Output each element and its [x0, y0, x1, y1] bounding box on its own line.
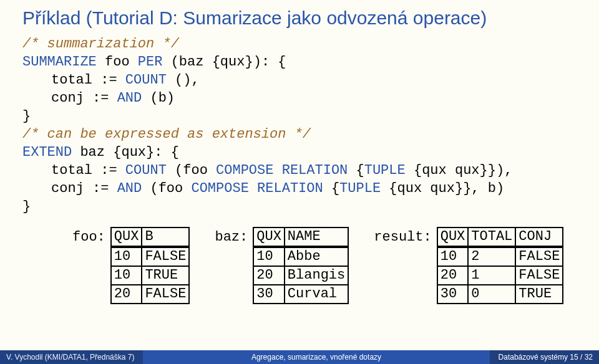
code-text: conj :=	[51, 90, 117, 106]
table-row: 20FALSE	[111, 285, 190, 304]
footer-author: V. Vychodil (KMI/DATA1, Přednáška 7)	[0, 350, 143, 364]
cell: Curval	[285, 285, 348, 304]
cell: 20	[111, 285, 142, 304]
table-row: 10Abbe	[253, 247, 348, 266]
slide: Příklad (Tutorial D: Sumarizace jako odv…	[0, 0, 599, 364]
code-text: baz {qux}: {	[72, 145, 179, 160]
code-text: }	[22, 199, 31, 214]
kw-and: AND	[117, 181, 142, 196]
code-text: {qux qux}}, b)	[381, 181, 504, 196]
cell: 10	[111, 247, 142, 266]
relation-table: QUX NAME 10Abbe 20Blangis 30Curval	[253, 227, 349, 304]
col-header: TOTAL	[468, 228, 515, 247]
cell: 20	[253, 266, 285, 285]
table-row: 300TRUE	[437, 285, 563, 304]
col-header: B	[142, 228, 189, 247]
cell: 1	[468, 266, 515, 285]
code-text: (foo	[167, 163, 216, 178]
code-text: total :=	[51, 72, 125, 88]
kw-relation: RELATION	[257, 181, 323, 196]
cell: 2	[468, 247, 515, 266]
table-row: 102FALSE	[437, 247, 563, 266]
code-text: {qux qux}}),	[406, 163, 513, 178]
cell: 30	[253, 285, 285, 304]
kw-compose: COMPOSE	[216, 163, 273, 178]
code-block: /* summarization */ SUMMARIZE foo PER (b…	[22, 35, 577, 216]
table-label: baz:	[215, 227, 253, 245]
code-comment: /* summarization */	[22, 36, 179, 52]
slide-title: Příklad (Tutorial D: Sumarizace jako odv…	[22, 7, 577, 29]
table-row: 201FALSE	[437, 266, 563, 285]
cell: 0	[468, 285, 515, 304]
footer-page: Databázové systémy 15 / 32	[490, 350, 599, 364]
table-row: 20Blangis	[253, 266, 348, 285]
kw-count: COUNT	[125, 72, 167, 88]
kw-summarize: SUMMARIZE	[22, 54, 97, 70]
code-comment: /* can be expressed as extension */	[22, 127, 311, 142]
code-text	[249, 181, 257, 196]
code-text: (),	[167, 72, 200, 88]
table-baz: baz: QUX NAME 10Abbe 20Blangis 30Curval	[215, 227, 349, 304]
code-text: (b)	[142, 90, 175, 106]
col-header: CONJ	[515, 228, 563, 247]
cell: TRUE	[142, 266, 189, 285]
col-header: QUX	[111, 228, 142, 247]
cell: FALSE	[142, 247, 189, 266]
code-text: {	[323, 181, 339, 196]
kw-relation: RELATION	[282, 163, 348, 178]
cell: TRUE	[515, 285, 563, 304]
table-label: result:	[374, 227, 436, 245]
kw-and: AND	[117, 90, 142, 106]
code-text: (baz {qux}): {	[162, 54, 286, 70]
cell: Abbe	[285, 247, 348, 266]
cell: 10	[253, 247, 285, 266]
col-header: QUX	[437, 228, 469, 247]
kw-compose: COMPOSE	[191, 181, 248, 196]
table-row: 30Curval	[253, 285, 348, 304]
cell: 20	[437, 266, 469, 285]
code-text: conj :=	[51, 181, 117, 196]
relation-table: QUX B 10FALSE 10TRUE 20FALSE	[110, 227, 190, 304]
cell: 30	[437, 285, 469, 304]
kw-tuple: TUPLE	[364, 163, 406, 178]
table-row: 10TRUE	[111, 266, 190, 285]
code-text	[273, 163, 281, 178]
footer: V. Vychodil (KMI/DATA1, Přednáška 7) Agr…	[0, 350, 599, 364]
cell: 10	[437, 247, 469, 266]
cell: Blangis	[285, 266, 348, 285]
footer-title: Agregace, sumarizace, vnořené dotazy	[143, 350, 489, 364]
table-foo: foo: QUX B 10FALSE 10TRUE 20FALSE	[72, 227, 190, 304]
cell: FALSE	[142, 285, 189, 304]
col-header: QUX	[253, 228, 285, 247]
table-result: result: QUX TOTAL CONJ 102FALSE 201FALSE…	[374, 227, 563, 304]
cell: FALSE	[515, 266, 563, 285]
col-header: NAME	[285, 228, 348, 247]
code-text: {	[348, 163, 364, 178]
kw-extend: EXTEND	[22, 145, 72, 160]
code-text: }	[22, 108, 31, 124]
kw-tuple: TUPLE	[339, 181, 381, 196]
code-text: (foo	[142, 181, 191, 196]
table-row: 10FALSE	[111, 247, 190, 266]
cell: FALSE	[515, 247, 563, 266]
code-text: total :=	[51, 163, 125, 178]
code-text: foo	[97, 54, 138, 70]
kw-per: PER	[138, 54, 163, 70]
table-label: foo:	[72, 227, 110, 245]
relation-table: QUX TOTAL CONJ 102FALSE 201FALSE 300TRUE	[437, 227, 564, 304]
kw-count: COUNT	[125, 163, 167, 178]
cell: 10	[111, 266, 142, 285]
tables-row: foo: QUX B 10FALSE 10TRUE 20FALSE baz: Q…	[22, 227, 577, 304]
